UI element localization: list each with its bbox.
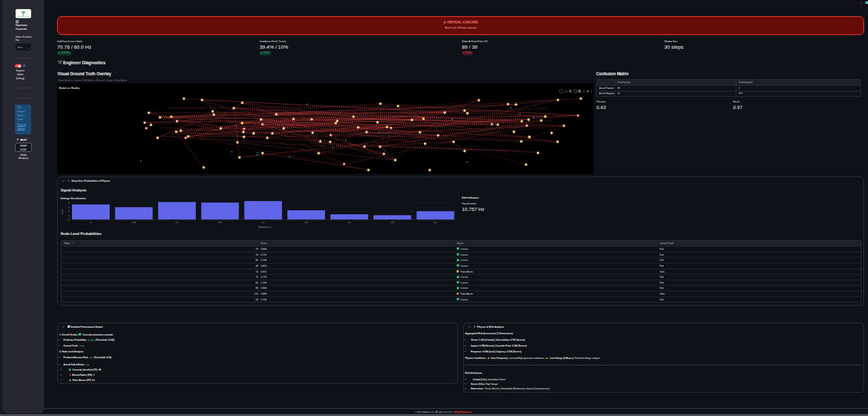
svg-text:0.1: 0.1 xyxy=(176,221,179,224)
svg-text:0.15: 0.15 xyxy=(218,221,222,224)
svg-text:Count: Count xyxy=(61,209,64,215)
svg-text:0.4: 0.4 xyxy=(434,221,437,224)
svg-text:Voltage Distribution: Voltage Distribution xyxy=(60,197,86,200)
svg-text:0.25: 0.25 xyxy=(304,221,308,224)
svg-text:0: 0 xyxy=(68,219,69,221)
svg-text:0: 0 xyxy=(90,221,91,224)
svg-text:Voltage (p.u.): Voltage (p.u.) xyxy=(258,226,271,228)
svg-text:0.2: 0.2 xyxy=(262,221,265,224)
svg-text:8: 8 xyxy=(68,202,69,204)
svg-text:2: 2 xyxy=(68,215,69,217)
svg-text:0.3: 0.3 xyxy=(348,221,351,224)
svg-text:4: 4 xyxy=(68,210,69,213)
svg-text:0.35: 0.35 xyxy=(391,221,394,224)
svg-text:6: 6 xyxy=(68,206,69,209)
svg-text:0.05: 0.05 xyxy=(132,221,136,224)
